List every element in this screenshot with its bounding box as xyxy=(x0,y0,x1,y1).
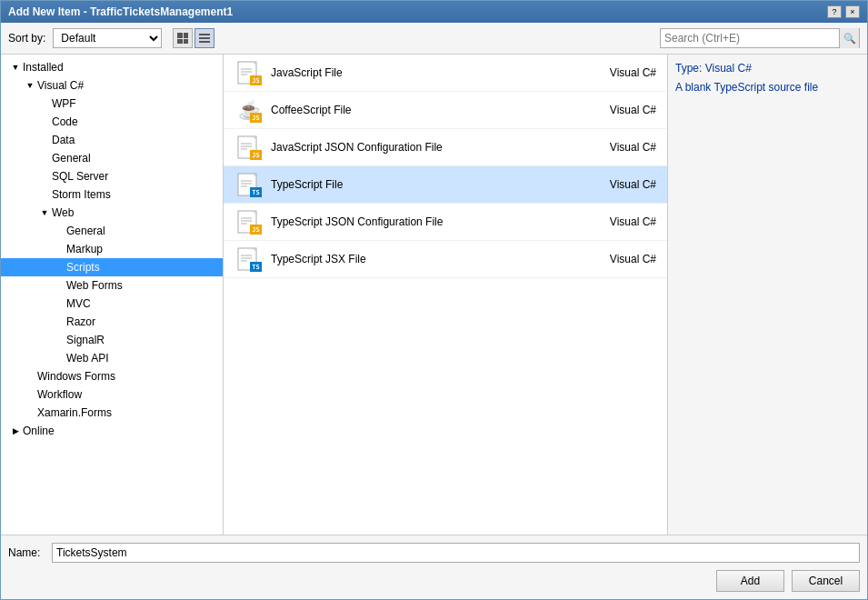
add-new-item-dialog: Add New Item - TrafficTicketsManagement1… xyxy=(0,0,868,600)
sidebar-item-markup[interactable]: Markup xyxy=(1,240,223,258)
bottom-bar: Name: Add Cancel xyxy=(1,535,867,599)
sidebar-item-installed[interactable]: ▼Installed xyxy=(1,58,223,76)
name-label: Name: xyxy=(8,546,45,559)
list-icon xyxy=(199,34,210,43)
tree-item-label: Xamarin.Forms xyxy=(37,406,112,419)
sidebar: ▼Installed▼Visual C#WPFCodeDataGeneralSQ… xyxy=(1,55,224,535)
file-category: Visual C# xyxy=(584,104,656,116)
main-area: ▼Installed▼Visual C#WPFCodeDataGeneralSQ… xyxy=(1,55,867,535)
search-input[interactable] xyxy=(661,29,839,47)
grid-view-button[interactable] xyxy=(173,28,193,48)
file-item-tsx-file[interactable]: TS TypeScript JSX FileVisual C# xyxy=(224,241,667,278)
sidebar-item-visual-csharp[interactable]: ▼Visual C# xyxy=(1,76,223,95)
search-button[interactable]: 🔍 xyxy=(839,28,859,48)
file-item-coffee-file[interactable]: ☕ JS CoffeeScript FileVisual C# xyxy=(224,92,667,129)
expander-icon xyxy=(52,260,66,275)
grid-icon xyxy=(177,33,188,44)
sort-label: Sort by: xyxy=(8,32,45,45)
expander-icon xyxy=(37,169,52,184)
dialog-content: Sort by: Default Name Type xyxy=(1,23,867,599)
tree-item-label: Storm Items xyxy=(52,188,111,201)
toolbar-row: Sort by: Default Name Type xyxy=(1,23,867,55)
name-input[interactable] xyxy=(52,543,860,563)
file-icon-json: JS xyxy=(234,133,264,162)
file-name: JavaScript JSON Configuration File xyxy=(271,141,584,154)
file-item-js-file[interactable]: JS JavaScript FileVisual C# xyxy=(224,55,667,92)
expander-icon xyxy=(37,187,52,202)
content-area: JS JavaScript FileVisual C# ☕ JS CoffeeS… xyxy=(224,55,667,535)
file-item-js-json-file[interactable]: JS JavaScript JSON Configuration FileVis… xyxy=(224,129,667,166)
tree-item-label: Workflow xyxy=(37,388,82,401)
tree-item-label: Web xyxy=(52,206,74,219)
file-category: Visual C# xyxy=(584,141,656,154)
file-item-ts-file[interactable]: TS TypeScript FileVisual C# xyxy=(224,166,667,204)
sidebar-item-mvc[interactable]: MVC xyxy=(1,295,223,313)
sidebar-item-signalr[interactable]: SignalR xyxy=(1,331,223,349)
file-name: TypeScript JSX File xyxy=(271,253,584,265)
file-name: JavaScript File xyxy=(271,66,584,79)
list-view-button[interactable] xyxy=(195,28,215,48)
sort-dropdown[interactable]: Default Name Type xyxy=(53,28,162,48)
info-type: Type: Visual C# xyxy=(675,62,860,75)
add-button[interactable]: Add xyxy=(716,570,784,592)
expander-icon xyxy=(52,315,66,329)
file-icon-coffee: ☕ JS xyxy=(234,95,264,125)
sidebar-item-data[interactable]: Data xyxy=(1,131,223,149)
view-buttons xyxy=(173,28,215,48)
sidebar-item-windows-forms[interactable]: Windows Forms xyxy=(1,367,223,385)
file-list: JS JavaScript FileVisual C# ☕ JS CoffeeS… xyxy=(224,55,667,535)
tree-item-label: SQL Server xyxy=(52,170,108,183)
info-type-label: Type: xyxy=(675,62,702,75)
sidebar-item-storm-items[interactable]: Storm Items xyxy=(1,185,223,204)
sidebar-item-web-api[interactable]: Web API xyxy=(1,349,223,367)
sidebar-item-workflow[interactable]: Workflow xyxy=(1,385,223,404)
tree-item-label: Windows Forms xyxy=(37,370,115,383)
tree-item-label: SignalR xyxy=(66,334,105,346)
sidebar-item-xamarin-forms[interactable]: Xamarin.Forms xyxy=(1,404,223,422)
cancel-button[interactable]: Cancel xyxy=(792,570,860,592)
tree-item-label: Web API xyxy=(66,352,108,365)
sidebar-item-razor[interactable]: Razor xyxy=(1,313,223,331)
sidebar-item-online[interactable]: ▶Online xyxy=(1,422,223,440)
expander-icon xyxy=(23,387,37,402)
sidebar-item-web-forms[interactable]: Web Forms xyxy=(1,276,223,295)
expander-icon xyxy=(52,242,66,256)
expander-icon: ▼ xyxy=(37,205,52,220)
button-row: Add Cancel xyxy=(8,570,860,592)
sidebar-item-code[interactable]: Code xyxy=(1,113,223,131)
info-description: A blank TypeScript source file xyxy=(675,80,860,95)
help-button[interactable]: ? xyxy=(827,5,842,18)
expander-icon xyxy=(52,351,66,365)
sidebar-item-sql-server[interactable]: SQL Server xyxy=(1,167,223,185)
file-item-ts-json-file[interactable]: JS TypeScript JSON Configuration FileVis… xyxy=(224,204,667,241)
file-icon-json: JS xyxy=(234,207,264,236)
tree-item-label: General xyxy=(52,152,91,165)
tree-item-label: Visual C# xyxy=(37,79,84,92)
tree-item-label: Online xyxy=(23,425,55,437)
sidebar-item-web[interactable]: ▼Web xyxy=(1,204,223,222)
sidebar-item-wpf[interactable]: WPF xyxy=(1,95,223,113)
expander-icon: ▼ xyxy=(8,60,23,75)
tree-item-label: General xyxy=(66,225,105,237)
expander-icon xyxy=(52,296,66,311)
sidebar-item-scripts[interactable]: Scripts xyxy=(1,258,223,276)
tree-item-label: Markup xyxy=(66,243,103,255)
sidebar-item-web-general[interactable]: General xyxy=(1,222,223,240)
name-row: Name: xyxy=(8,543,860,563)
file-name: TypeScript JSON Configuration File xyxy=(271,215,584,228)
expander-icon xyxy=(52,224,66,238)
close-button[interactable]: × xyxy=(845,5,860,18)
tree-item-label: Code xyxy=(52,115,78,128)
expander-icon xyxy=(23,405,37,420)
sidebar-item-general[interactable]: General xyxy=(1,149,223,167)
expander-icon xyxy=(52,278,66,293)
expander-icon xyxy=(37,151,52,165)
expander-icon: ▼ xyxy=(23,78,37,93)
expander-icon xyxy=(37,115,52,129)
file-name: TypeScript File xyxy=(271,178,584,191)
tree-item-label: Razor xyxy=(66,315,95,328)
tree-item-label: MVC xyxy=(66,297,91,310)
expander-icon xyxy=(37,96,52,111)
file-category: Visual C# xyxy=(584,215,656,228)
tree-item-label: WPF xyxy=(52,97,76,110)
